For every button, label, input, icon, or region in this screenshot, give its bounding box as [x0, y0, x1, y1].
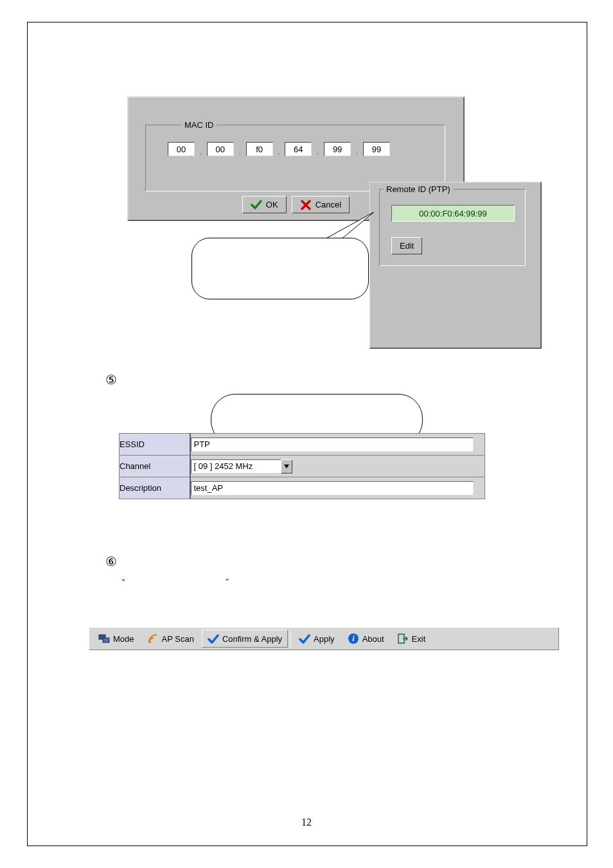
- table-row: Channel [ 09 ] 2452 MHz: [120, 456, 485, 477]
- open-quote: “: [122, 577, 125, 587]
- remote-id-value: 00:00:F0:64:99:99: [391, 205, 515, 222]
- settings-table: ESSID Channel [ 09 ] 2452 MHz Descriptio…: [119, 433, 485, 499]
- apscan-button[interactable]: AP Scan: [142, 630, 199, 648]
- mac-separator: .: [200, 148, 202, 155]
- ok-button[interactable]: OK: [242, 196, 287, 213]
- cancel-label: Cancel: [315, 200, 341, 209]
- edit-label: Edit: [400, 241, 414, 251]
- svg-marker-2: [284, 465, 289, 468]
- check-icon: [208, 633, 219, 644]
- channel-label: Channel: [120, 456, 190, 477]
- chevron-down-icon: [284, 465, 289, 468]
- mac-field-5[interactable]: [324, 142, 351, 156]
- mac-separator: .: [278, 148, 280, 155]
- edit-button[interactable]: Edit: [391, 237, 422, 254]
- mac-separator: .: [317, 148, 319, 155]
- confirm-apply-button[interactable]: Confirm & Apply: [202, 630, 288, 648]
- mode-label: Mode: [113, 634, 134, 644]
- mac-field-6[interactable]: [363, 142, 390, 156]
- callout-bubble-1: [191, 238, 369, 299]
- step-marker-6: ⑥: [105, 554, 117, 569]
- description-label: Description: [120, 477, 190, 499]
- mac-id-label: MAC ID: [182, 120, 217, 130]
- apscan-label: AP Scan: [162, 634, 194, 644]
- info-icon: i: [348, 633, 359, 644]
- channel-cell: [ 09 ] 2452 MHz: [190, 456, 485, 477]
- quote-row: “ ”: [122, 577, 229, 587]
- check-icon: [299, 633, 310, 644]
- essid-input[interactable]: [191, 438, 474, 452]
- channel-select[interactable]: [ 09 ] 2452 MHz: [191, 459, 292, 474]
- about-button[interactable]: i About: [342, 630, 389, 648]
- confirm-apply-label: Confirm & Apply: [222, 634, 282, 644]
- table-row: ESSID: [120, 434, 485, 456]
- description-cell: [190, 477, 485, 499]
- step-marker-5: ⑤: [105, 372, 117, 387]
- scan-icon: [147, 633, 159, 644]
- mac-field-4[interactable]: [285, 142, 312, 156]
- mac-field-2[interactable]: [207, 142, 234, 156]
- toolbar: Mode AP Scan Confirm & Apply Apply i Abo…: [89, 627, 559, 650]
- exit-icon: [397, 633, 409, 644]
- essid-cell: [190, 434, 485, 456]
- page-number: 12: [0, 817, 613, 828]
- cancel-icon: [300, 199, 312, 211]
- mac-id-fields: . . . . .: [168, 142, 390, 156]
- mac-field-3[interactable]: [246, 142, 273, 156]
- toolbar-separator: [290, 630, 291, 647]
- mac-separator: .: [239, 148, 241, 155]
- about-label: About: [362, 634, 384, 644]
- mode-button[interactable]: Mode: [93, 630, 139, 648]
- mode-icon: [98, 633, 110, 644]
- ok-label: OK: [266, 200, 278, 209]
- svg-point-5: [148, 641, 151, 643]
- dropdown-button[interactable]: [281, 459, 292, 474]
- apply-label: Apply: [314, 634, 335, 644]
- description-input[interactable]: [191, 481, 474, 495]
- table-row: Description: [120, 477, 485, 499]
- remote-id-panel: Remote ID (PTP) 00:00:F0:64:99:99 Edit: [369, 182, 542, 349]
- remote-id-legend: Remote ID (PTP): [384, 184, 453, 194]
- check-icon: [251, 199, 262, 211]
- mac-field-1[interactable]: [168, 142, 195, 156]
- remote-id-groupbox: Remote ID (PTP) 00:00:F0:64:99:99 Edit: [379, 189, 526, 266]
- close-quote: ”: [226, 577, 229, 587]
- svg-rect-4: [103, 638, 109, 642]
- exit-button[interactable]: Exit: [392, 630, 431, 648]
- channel-value: [ 09 ] 2452 MHz: [191, 459, 281, 474]
- apply-button[interactable]: Apply: [294, 630, 340, 648]
- essid-label: ESSID: [120, 434, 190, 456]
- mac-separator: .: [356, 148, 358, 155]
- cancel-button[interactable]: Cancel: [292, 196, 350, 213]
- exit-label: Exit: [412, 634, 426, 644]
